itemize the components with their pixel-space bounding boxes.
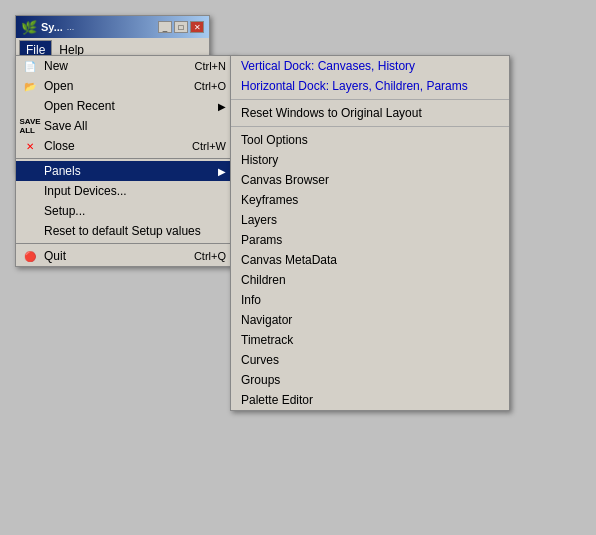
close-menu-icon: ✕: [22, 138, 38, 154]
file-dropdown: 📄 New Ctrl+N 📂 Open Ctrl+O Open Recent ▶…: [15, 55, 235, 267]
submenu-timetrack[interactable]: Timetrack: [231, 330, 509, 350]
submenu-horizontal-dock[interactable]: Horizontal Dock: Layers, Children, Param…: [231, 76, 509, 96]
quit-icon: 🔴: [22, 248, 38, 264]
panels-icon: [22, 163, 38, 179]
window-title: Sy...: [41, 21, 63, 33]
new-icon: 📄: [22, 58, 38, 74]
menu-close[interactable]: ✕ Close Ctrl+W: [16, 136, 234, 156]
submenu-separator-2: [231, 126, 509, 127]
separator-2: [16, 243, 234, 244]
submenu-keyframes[interactable]: Keyframes: [231, 190, 509, 210]
open-recent-arrow-icon: ▶: [218, 101, 226, 112]
submenu-vertical-dock[interactable]: Vertical Dock: Canvases, History: [231, 56, 509, 76]
maximize-button[interactable]: □: [174, 21, 188, 33]
submenu-canvas-browser[interactable]: Canvas Browser: [231, 170, 509, 190]
submenu-info[interactable]: Info: [231, 290, 509, 310]
submenu-groups[interactable]: Groups: [231, 370, 509, 390]
minimize-button[interactable]: _: [158, 21, 172, 33]
open-recent-icon: [22, 98, 38, 114]
submenu-reset-windows[interactable]: Reset Windows to Original Layout: [231, 103, 509, 123]
save-icon: SAVEALL: [22, 118, 38, 134]
menu-save-all[interactable]: SAVEALL Save All: [16, 116, 234, 136]
panels-arrow-icon: ▶: [218, 166, 226, 177]
separator-1: [16, 158, 234, 159]
setup-icon: [22, 203, 38, 219]
menu-setup[interactable]: Setup...: [16, 201, 234, 221]
submenu-canvas-metadata[interactable]: Canvas MetaData: [231, 250, 509, 270]
title-bar: 🌿 Sy... ... _ □ ✕: [16, 16, 209, 38]
submenu-layers[interactable]: Layers: [231, 210, 509, 230]
menu-quit[interactable]: 🔴 Quit Ctrl+Q: [16, 246, 234, 266]
menu-open[interactable]: 📂 Open Ctrl+O: [16, 76, 234, 96]
submenu-separator-1: [231, 99, 509, 100]
reset-icon: [22, 223, 38, 239]
submenu-history[interactable]: History: [231, 150, 509, 170]
submenu-params[interactable]: Params: [231, 230, 509, 250]
close-button[interactable]: ✕: [190, 21, 204, 33]
app-icon: 🌿: [21, 20, 37, 35]
submenu-tool-options[interactable]: Tool Options: [231, 130, 509, 150]
menu-reset-default[interactable]: Reset to default Setup values: [16, 221, 234, 241]
panels-submenu: Vertical Dock: Canvases, History Horizon…: [230, 55, 510, 411]
submenu-curves[interactable]: Curves: [231, 350, 509, 370]
submenu-navigator[interactable]: Navigator: [231, 310, 509, 330]
open-icon: 📂: [22, 78, 38, 94]
menu-panels[interactable]: Panels ▶: [16, 161, 234, 181]
menu-open-recent[interactable]: Open Recent ▶: [16, 96, 234, 116]
menu-input-devices[interactable]: Input Devices...: [16, 181, 234, 201]
input-devices-icon: [22, 183, 38, 199]
submenu-children[interactable]: Children: [231, 270, 509, 290]
submenu-palette-editor[interactable]: Palette Editor: [231, 390, 509, 410]
menu-new[interactable]: 📄 New Ctrl+N: [16, 56, 234, 76]
